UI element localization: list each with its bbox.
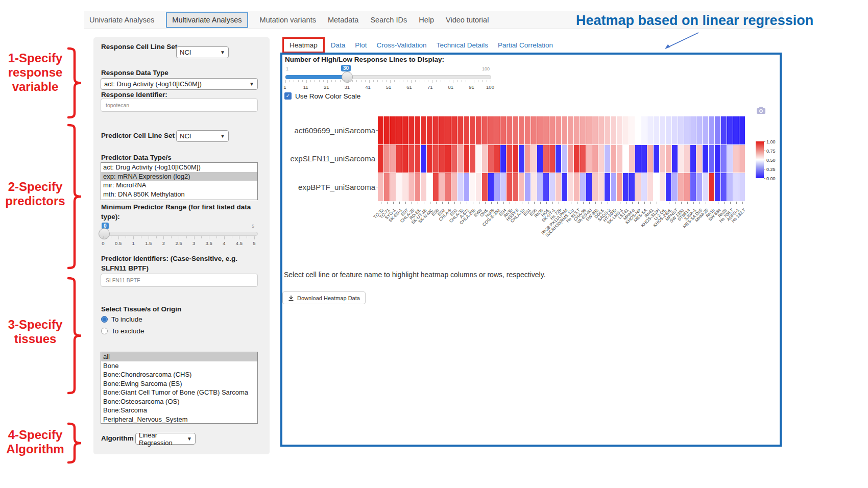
heatmap-cell <box>629 173 635 201</box>
heatmap-cell <box>715 116 720 144</box>
row-color-scale-checkbox[interactable]: ✓ <box>284 92 292 100</box>
tissue-radio-exclude[interactable]: To exclude <box>101 327 144 335</box>
heatmap-cell <box>598 116 604 144</box>
tab-heatmap[interactable]: Heatmap <box>282 37 325 53</box>
heatmap-cell <box>690 145 696 173</box>
axis-tick <box>614 202 614 204</box>
heatmap-cell <box>568 116 573 144</box>
axis-tick <box>632 202 633 204</box>
predictor-cell-line-set-select[interactable]: NCI ▼ <box>176 130 229 142</box>
heatmap-cell <box>568 145 573 173</box>
heatmap-cell <box>715 145 720 173</box>
heatmap-cell <box>415 145 420 173</box>
heatmap-cell <box>733 173 739 201</box>
heatmap-cell <box>617 145 622 173</box>
heatmap-cell <box>678 145 684 173</box>
nav-item-univariate-analyses[interactable]: Univariate Analyses <box>89 16 154 24</box>
axis-tick <box>706 202 706 204</box>
heatmap-cell <box>500 116 506 144</box>
slider-tick <box>373 80 374 82</box>
axis-tick <box>516 202 516 204</box>
heatmap-row-label[interactable]: act609699_uniSarcoma <box>295 126 375 135</box>
nav-item-multivariate-analyses[interactable]: Multivariate Analyses <box>166 12 248 28</box>
predictor-type-option[interactable]: act: Drug Activity (-log10[IC50M]) <box>101 163 257 172</box>
tissue-option[interactable]: Bone:Ewing Sarcoma (ES) <box>101 379 257 388</box>
tab-technical-details[interactable]: Technical Details <box>437 41 488 49</box>
axis-tick <box>534 202 535 204</box>
heatmap-cell <box>408 145 414 173</box>
min-range-slider-handle[interactable] <box>99 228 110 239</box>
algorithm-select[interactable]: Linear Regression ▼ <box>135 433 196 445</box>
heatmap-cell <box>586 145 592 173</box>
axis-tick <box>669 202 669 204</box>
slider-tick-label: 21 <box>324 84 329 90</box>
slider-tick <box>194 236 195 239</box>
colorbar-tick <box>764 151 765 151</box>
tab-partial-correlation[interactable]: Partial Correlation <box>498 41 553 49</box>
heatmap-cell <box>574 116 580 144</box>
annotation-step-1: 1-Specifyresponsevariable <box>4 51 66 94</box>
tab-cross-validation[interactable]: Cross-Validation <box>377 41 427 49</box>
predictor-type-option[interactable]: mir: MicroRNA <box>101 181 257 190</box>
axis-tick <box>712 202 712 204</box>
heatmap-cell <box>549 173 555 201</box>
tissue-listbox[interactable]: allBoneBone:Chondrosarcoma (CHS)Bone:Ewi… <box>101 352 258 424</box>
predictor-identifiers-label: Predictor Identifiers: (Case-Sensitive, … <box>101 254 260 273</box>
tissue-option[interactable]: all <box>101 352 257 361</box>
tab-data[interactable]: Data <box>331 41 346 49</box>
heatmap-row-label[interactable]: expSLFN11_uniSarcoma <box>291 154 375 163</box>
predictor-type-option[interactable]: mth: DNA 850K Methylation <box>101 190 257 199</box>
slider-tick <box>356 80 357 82</box>
tissue-option[interactable]: Bone <box>101 361 257 371</box>
tissue-option[interactable]: Bone:Osteosarcoma (OS) <box>101 397 257 406</box>
heatmap-cell <box>556 145 561 173</box>
heatmap-cell <box>672 173 678 201</box>
tissue-option[interactable]: Bone:Sarcoma <box>101 406 257 415</box>
response-data-type-label: Response Data Type <box>101 69 168 77</box>
response-identifier-input[interactable]: topotecan <box>101 99 258 112</box>
slider-tick <box>331 80 332 82</box>
nav-item-help[interactable]: Help <box>419 16 434 24</box>
slider-tick <box>399 80 399 82</box>
slider-tick-label: 100 <box>486 84 494 90</box>
download-button-label: Download Heatmap Data <box>297 295 360 301</box>
lines-slider-handle[interactable] <box>342 71 353 83</box>
camera-icon[interactable] <box>756 106 766 114</box>
tissue-option[interactable]: Bone:Giant Cell Tumor of Bone (GCTB) Sar… <box>101 388 257 397</box>
heatmap-cell <box>488 145 494 173</box>
heatmap-cell <box>696 173 702 201</box>
nav-item-search-ids[interactable]: Search IDs <box>370 16 407 24</box>
heatmap-row-label[interactable]: expBPTF_uniSarcoma <box>298 183 375 191</box>
heatmap-cell <box>427 173 432 201</box>
nav-item-metadata[interactable]: Metadata <box>328 16 358 24</box>
predictor-data-types-listbox[interactable]: act: Drug Activity (-log10[IC50M])exp: m… <box>101 162 258 200</box>
axis-tick <box>442 202 443 204</box>
heatmap-cell <box>402 173 408 201</box>
heatmap-cell <box>537 116 543 144</box>
tissue-option[interactable]: Bone:Chondrosarcoma (CHS) <box>101 370 257 379</box>
slider-tick <box>327 80 328 83</box>
lines-slider-label: Number of High/Low Response Lines to Dis… <box>285 56 444 63</box>
heatmap-cell <box>703 145 708 173</box>
chevron-down-icon: ▼ <box>187 436 192 442</box>
response-data-type-select[interactable]: act: Drug Activity (-log10[IC50M]) ▼ <box>101 78 258 90</box>
heatmap-cell <box>678 173 684 201</box>
tab-plot[interactable]: Plot <box>355 41 367 49</box>
response-cell-line-set-select[interactable]: NCI ▼ <box>176 46 229 58</box>
axis-tick <box>730 202 731 204</box>
predictor-type-option[interactable]: exp: mRNA Expression (log2) <box>101 172 257 181</box>
predictor-identifiers-input[interactable]: SLFN11 BPTF <box>101 274 258 287</box>
axis-tick <box>650 202 651 204</box>
heatmap-cell <box>690 116 696 144</box>
nav-item-mutation-variants[interactable]: Mutation variants <box>260 16 316 24</box>
tissue-radio-include[interactable]: To include <box>101 315 142 323</box>
slider-tick <box>254 236 255 239</box>
heatmap-cell <box>476 173 481 201</box>
heatmap-cell <box>709 145 714 173</box>
heatmap-cell <box>507 173 512 201</box>
heatmap-cell <box>586 173 592 201</box>
nav-item-video-tutorial[interactable]: Video tutorial <box>446 16 489 24</box>
tissue-option[interactable]: Peripheral_Nervous_System <box>101 415 257 424</box>
download-heatmap-data-button[interactable]: Download Heatmap Data <box>282 291 366 304</box>
min-range-slider-track[interactable] <box>101 232 258 236</box>
